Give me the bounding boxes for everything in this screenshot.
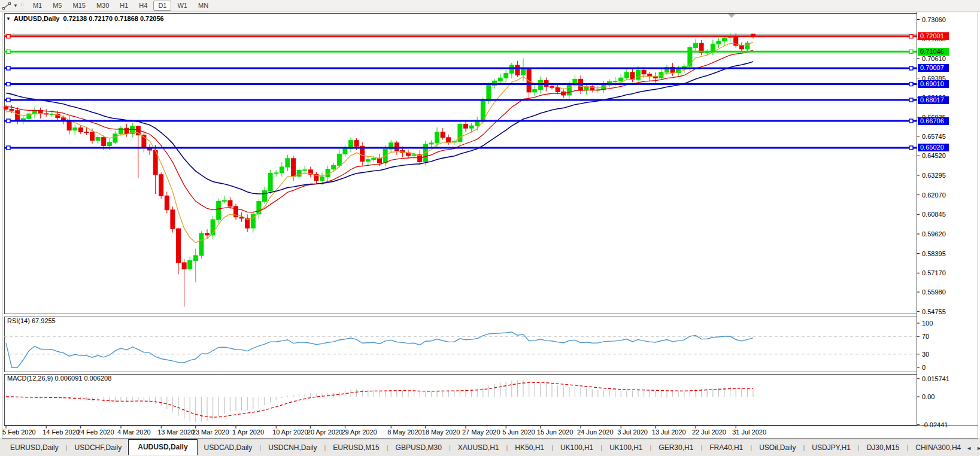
chart-tab-uk100-h1[interactable]: UK100,H1 bbox=[603, 441, 649, 455]
date-tick-label: 24 Jun 2020 bbox=[577, 428, 614, 436]
chart-tab-eurusd-m15[interactable]: EURUSD,M15 bbox=[326, 441, 386, 455]
ohlc-high: 0.72170 bbox=[89, 15, 113, 22]
price-tick-label: 0.64520 bbox=[922, 152, 946, 159]
line-handle[interactable] bbox=[909, 98, 913, 102]
price-badge-0.66706: 0.66706 bbox=[918, 117, 949, 125]
date-tick-label: 20 Apr 2020 bbox=[307, 428, 342, 436]
date-tick-label: 5 Feb 2020 bbox=[2, 428, 36, 436]
price-badge-0.69010: 0.69010 bbox=[918, 80, 949, 88]
timeframe-button-m30[interactable]: M30 bbox=[92, 1, 114, 11]
chevron-down-icon[interactable]: ▼ bbox=[13, 3, 18, 8]
date-tick-label: 24 Feb 2020 bbox=[77, 428, 114, 436]
chart-tab-china300-h4[interactable]: CHINA300,H4 bbox=[909, 441, 967, 455]
date-tick-label: 14 Feb 2020 bbox=[43, 428, 80, 436]
macd-signal-value: 0.006208 bbox=[84, 375, 111, 382]
date-tick-label: 5 Jun 2020 bbox=[502, 428, 535, 436]
timeframe-button-h4[interactable]: H4 bbox=[134, 1, 152, 11]
price-tick-label: 0.55980 bbox=[922, 288, 946, 296]
line-handle[interactable] bbox=[7, 50, 10, 53]
timeframe-button-m1[interactable]: M1 bbox=[28, 1, 47, 11]
line-handle[interactable] bbox=[909, 50, 913, 53]
price-tick-label: 0.73060 bbox=[922, 16, 946, 23]
line-handle[interactable] bbox=[7, 119, 10, 123]
line-handle[interactable] bbox=[909, 146, 913, 150]
macd-tick-label: 0.00 bbox=[922, 393, 935, 400]
date-tick-label: 18 May 2020 bbox=[422, 428, 460, 436]
ohlc-close: 0.72056 bbox=[140, 15, 164, 22]
chart-tab-usdcad-daily[interactable]: USDCAD,Daily bbox=[198, 441, 259, 455]
line-studies-icon[interactable] bbox=[2, 1, 13, 10]
line-handle[interactable] bbox=[909, 35, 913, 38]
chart-tab-uk100-h1[interactable]: UK100,H1 bbox=[554, 441, 600, 455]
chart-tabbar: EURUSD,Daily|USDCHF,DailyAUDUSD,DailyUSD… bbox=[0, 439, 980, 456]
chart-tab-usoil-daily[interactable]: USOil,Daily bbox=[753, 441, 802, 455]
price-tick-label: 0.65745 bbox=[922, 133, 946, 140]
rsi-axis: 10070300 bbox=[917, 320, 933, 371]
price-tick-label: 0.57170 bbox=[922, 269, 946, 276]
toolbar-grip bbox=[22, 2, 23, 10]
timeframe-button-mn[interactable]: MN bbox=[193, 1, 213, 11]
ohlc-open: 0.72138 bbox=[63, 15, 87, 22]
price-tick-label: 0.60845 bbox=[922, 211, 946, 218]
tab-scroll-right-icon[interactable]: ► bbox=[976, 444, 980, 452]
line-handle[interactable] bbox=[909, 66, 913, 70]
chart-tab-usdchf-daily[interactable]: USDCHF,Daily bbox=[68, 441, 129, 455]
macd-tick-label: 0.015741 bbox=[922, 375, 949, 382]
chart-tab-hk50-h1[interactable]: HK50,H1 bbox=[508, 441, 551, 455]
chart-tab-audusd-daily[interactable]: AUDUSD,Daily bbox=[128, 439, 197, 455]
rsi-tick-label: 100 bbox=[922, 320, 933, 327]
chart-title: ▼AUDUSD,Daily 0.72138 0.72170 0.71868 0.… bbox=[6, 15, 164, 22]
date-tick-label: 22 Jul 2020 bbox=[692, 428, 726, 436]
price-tick-label: 0.62070 bbox=[922, 191, 946, 199]
symbol-dropdown-icon: ▼ bbox=[6, 16, 11, 22]
line-handle[interactable] bbox=[909, 83, 913, 86]
timeframe-button-m15[interactable]: M15 bbox=[68, 1, 90, 11]
tab-scroll-arrows: ◄ ► bbox=[963, 444, 980, 452]
timeframe-button-m5[interactable]: M5 bbox=[48, 1, 66, 11]
chart-svg: 0.730600.718350.706100.693850.681600.669… bbox=[0, 0, 980, 456]
chart-tab-ger30-h1[interactable]: GER30,H1 bbox=[652, 441, 700, 455]
line-handle[interactable] bbox=[7, 35, 10, 38]
chart-tab-usdcnh-daily[interactable]: USDCNH,Daily bbox=[262, 441, 323, 455]
chart-tab-eurusd-daily[interactable]: EURUSD,Daily bbox=[4, 441, 65, 455]
chart-tab-fra40-h1[interactable]: FRA40,H1 bbox=[703, 441, 750, 455]
date-tick-label: 13 Jul 2020 bbox=[652, 428, 686, 436]
macd-label: MACD(12,26,9) 0.006091 0.006208 bbox=[7, 375, 111, 382]
rsi-label: RSI(14) 67.9255 bbox=[7, 317, 56, 324]
chart-tab-dj30-m15[interactable]: DJ30,M15 bbox=[860, 441, 906, 455]
chart-tab-gbpusd-m30[interactable]: GBPUSD,M30 bbox=[389, 441, 448, 455]
rsi-tick-label: 30 bbox=[922, 351, 929, 358]
date-tick-label: 13 Mar 2020 bbox=[157, 428, 195, 436]
tab-scroll-left-icon[interactable]: ◄ bbox=[966, 444, 972, 452]
chart-canvas[interactable]: 0.730600.718350.706100.693850.681600.669… bbox=[0, 0, 980, 456]
timeframe-button-h1[interactable]: H1 bbox=[115, 1, 133, 11]
date-tick-label: 4 Mar 2020 bbox=[117, 428, 151, 436]
price-badge-0.72001: 0.72001 bbox=[918, 32, 949, 40]
macd-axis: 0.0157410.00-0.02441 bbox=[917, 375, 949, 428]
date-tick-label: 1 Apr 2020 bbox=[232, 428, 264, 436]
timeframe-toolbar: ▼ M1M5M15M30H1H4D1W1MN bbox=[0, 0, 980, 12]
date-tick-label: 27 May 2020 bbox=[462, 428, 500, 436]
ohlc-low: 0.71868 bbox=[114, 15, 138, 22]
rsi-value: 67.9255 bbox=[32, 317, 56, 324]
timeframe-button-d1[interactable]: D1 bbox=[153, 1, 171, 11]
price-tick-label: 0.63295 bbox=[922, 172, 946, 179]
price-tick-label: 0.58395 bbox=[922, 250, 946, 257]
date-tick-label: 15 Jun 2020 bbox=[537, 428, 574, 436]
line-handle[interactable] bbox=[909, 119, 913, 123]
chart-tab-xauusd-h1[interactable]: XAUUSD,H1 bbox=[451, 441, 506, 455]
line-handle[interactable] bbox=[7, 66, 10, 70]
rsi-panel bbox=[5, 317, 917, 372]
main-panel bbox=[5, 14, 917, 314]
timeframe-button-w1[interactable]: W1 bbox=[172, 1, 192, 11]
line-handle[interactable] bbox=[7, 146, 10, 150]
line-handle[interactable] bbox=[7, 98, 10, 102]
price-axis: 0.730600.718350.706100.693850.681600.669… bbox=[917, 16, 946, 315]
date-tick-label: 3 Jul 2020 bbox=[617, 428, 648, 436]
date-tick-label: 31 Jul 2020 bbox=[732, 428, 766, 436]
line-handle[interactable] bbox=[7, 83, 10, 86]
date-tick-label: 10 Apr 2020 bbox=[272, 428, 308, 436]
chart-tab-usdjpy-h1[interactable]: USDJPY,H1 bbox=[805, 441, 857, 455]
price-tick-label: 0.70610 bbox=[922, 55, 946, 62]
price-badge-0.70007: 0.70007 bbox=[918, 64, 949, 72]
